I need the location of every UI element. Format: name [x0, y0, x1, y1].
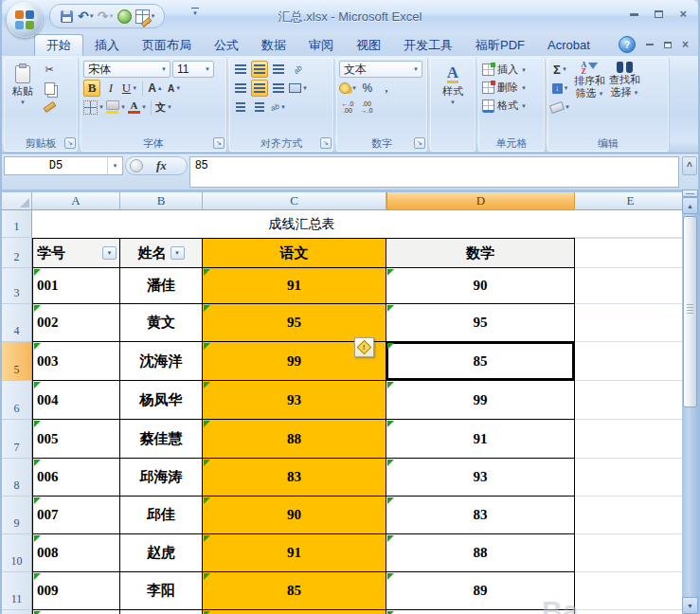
- tab-page-layout[interactable]: 页面布局: [131, 35, 203, 56]
- cell-student-id[interactable]: 004: [32, 381, 120, 420]
- cell-student-id[interactable]: 009: [32, 572, 120, 610]
- cell-math-score[interactable]: 91: [386, 420, 575, 459]
- cell-empty[interactable]: [575, 420, 682, 459]
- font-dialog-launcher[interactable]: ↘: [213, 137, 224, 149]
- merge-center-button[interactable]: ▼: [289, 80, 308, 97]
- workbook-close-button[interactable]: ×: [682, 41, 689, 49]
- cell-name[interactable]: 邱佳: [120, 497, 203, 534]
- vertical-scrollbar[interactable]: ▲ ▼: [682, 190, 698, 614]
- formula-input[interactable]: 85: [189, 156, 679, 188]
- format-painter-button[interactable]: [41, 99, 58, 116]
- dropdown-arrow-icon[interactable]: ▼: [302, 85, 308, 91]
- cell-student-id[interactable]: 007: [32, 497, 120, 534]
- row-header-9[interactable]: 9: [2, 497, 32, 534]
- cell-name[interactable]: 蔡佳慧: [120, 420, 203, 459]
- font-name-select[interactable]: 宋体▼: [83, 61, 171, 78]
- autosum-button[interactable]: Σ▼: [550, 61, 570, 78]
- cell-student-id[interactable]: 001: [32, 268, 120, 304]
- cell-name[interactable]: 黄文: [120, 304, 203, 342]
- column-header-b[interactable]: B: [120, 192, 203, 210]
- italic-button[interactable]: I: [102, 80, 119, 97]
- copy-button[interactable]: [41, 80, 58, 97]
- cell-name[interactable]: 潘佳: [120, 268, 203, 304]
- dropdown-arrow-icon[interactable]: ▼: [562, 66, 567, 72]
- row-header-4[interactable]: 4: [2, 304, 32, 342]
- dropdown-arrow-icon[interactable]: ▼: [99, 104, 104, 110]
- cell-chinese-score[interactable]: 90: [203, 497, 386, 534]
- decrease-decimal-button[interactable]: .00 →.0: [358, 99, 375, 116]
- shrink-font-button[interactable]: A▼: [166, 80, 183, 97]
- dropdown-arrow-icon[interactable]: ▼: [521, 103, 527, 109]
- tab-insert[interactable]: 插入: [83, 35, 131, 56]
- number-dialog-launcher[interactable]: ↘: [414, 137, 425, 149]
- cell-student-id[interactable]: 006: [32, 459, 120, 497]
- select-all-corner[interactable]: [2, 192, 32, 210]
- cell-student-id[interactable]: 002: [32, 304, 120, 342]
- row-header-10[interactable]: 10: [2, 534, 32, 572]
- grow-font-button[interactable]: A▲: [147, 80, 164, 97]
- office-button[interactable]: [7, 2, 43, 38]
- cell-chinese-score[interactable]: [203, 610, 386, 614]
- cell-styles-button[interactable]: A 样式 ▼: [434, 61, 472, 136]
- header-cell-name[interactable]: 姓名 ▼: [120, 238, 203, 268]
- cell-empty[interactable]: [575, 268, 682, 304]
- cell-name[interactable]: [120, 610, 203, 614]
- accounting-format-button[interactable]: ▼: [339, 80, 357, 97]
- cell-name[interactable]: 赵虎: [120, 534, 203, 572]
- row-header-8[interactable]: 8: [2, 459, 32, 497]
- cell-math-score[interactable]: 90: [386, 268, 575, 304]
- bold-button[interactable]: B: [83, 80, 100, 97]
- insert-cells-button[interactable]: 插入 ▼: [481, 61, 542, 79]
- row-header-2[interactable]: 2: [2, 238, 32, 268]
- cell-empty[interactable]: [575, 304, 682, 342]
- align-right-button[interactable]: [270, 80, 287, 97]
- tab-formulas[interactable]: 公式: [203, 35, 250, 56]
- number-format-select[interactable]: 文本▼: [339, 61, 422, 78]
- cell-student-id[interactable]: [32, 610, 120, 614]
- tab-review[interactable]: 审阅: [297, 35, 345, 56]
- cell-name[interactable]: 沈海洋: [120, 342, 203, 381]
- cut-button[interactable]: ✂: [41, 61, 58, 78]
- fill-color-button[interactable]: ▼: [106, 99, 126, 116]
- row-header-11[interactable]: 11: [2, 572, 32, 610]
- cell-empty[interactable]: [575, 342, 682, 381]
- help-button[interactable]: ?: [619, 36, 636, 53]
- align-left-button[interactable]: [232, 80, 249, 97]
- align-top-button[interactable]: [232, 61, 249, 78]
- minimize-button[interactable]: [630, 13, 638, 16]
- tab-foxit-pdf[interactable]: 福昕PDF: [464, 35, 536, 56]
- close-button[interactable]: ×: [679, 9, 687, 19]
- tab-view[interactable]: 视图: [345, 35, 392, 56]
- cell-empty[interactable]: [575, 238, 682, 268]
- dropdown-arrow-icon[interactable]: ▼: [521, 85, 527, 91]
- name-box-dropdown[interactable]: ▼: [107, 157, 122, 174]
- cell-chinese-score[interactable]: 88: [203, 420, 386, 459]
- percent-style-button[interactable]: %: [359, 80, 376, 97]
- cell-chinese-score[interactable]: 95: [203, 304, 386, 342]
- scroll-down-button[interactable]: ▼: [682, 597, 698, 614]
- decrease-indent-button[interactable]: [232, 99, 249, 116]
- align-middle-button[interactable]: [251, 61, 268, 78]
- cell-chinese-score[interactable]: 93: [203, 381, 386, 420]
- restore-button[interactable]: [655, 10, 663, 18]
- workbook-restore-button[interactable]: [664, 42, 672, 48]
- split-handle[interactable]: [682, 190, 698, 197]
- workbook-minimize-button[interactable]: [646, 44, 654, 45]
- increase-indent-button[interactable]: [251, 99, 268, 116]
- header-cell-student-id[interactable]: 学号 ▼: [32, 238, 120, 268]
- name-box[interactable]: D5 ▼: [4, 156, 123, 175]
- cell-math-score[interactable]: 93: [386, 459, 575, 497]
- phonetic-guide-button[interactable]: 文▼: [155, 99, 172, 116]
- format-cells-button[interactable]: 格式 ▼: [481, 97, 542, 115]
- column-header-c[interactable]: C: [203, 192, 386, 210]
- cell-math-score[interactable]: 95: [386, 304, 575, 342]
- cell-student-id[interactable]: 008: [32, 534, 120, 572]
- cell-empty[interactable]: [575, 572, 682, 610]
- scroll-up-button[interactable]: ▲: [682, 197, 698, 214]
- error-checking-smart-tag[interactable]: !: [354, 337, 374, 357]
- column-header-e[interactable]: E: [575, 192, 682, 210]
- row-header-3[interactable]: 3: [2, 268, 32, 304]
- dropdown-arrow-icon[interactable]: ▼: [280, 104, 286, 110]
- delete-cells-button[interactable]: 删除 ▼: [481, 79, 542, 97]
- dropdown-arrow-icon[interactable]: ▼: [132, 85, 137, 91]
